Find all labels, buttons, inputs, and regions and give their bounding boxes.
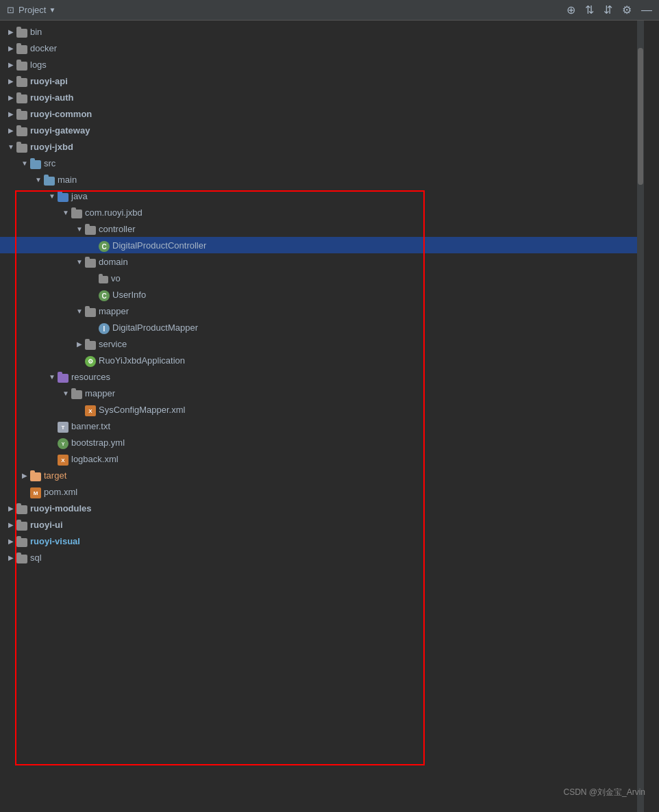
tree-item-UserInfo[interactable]: CUserInfo — [0, 286, 637, 303]
tree-item-label: ruoyi-auth — [30, 92, 74, 103]
tree-arrow[interactable]: ▶ — [5, 554, 16, 561]
tree-arrow[interactable]: ▶ — [5, 94, 16, 101]
tree-item-domain[interactable]: ▼domain — [0, 253, 637, 270]
scrollbar-thumb[interactable] — [638, 48, 643, 185]
tree-item-label: ruoyi-common — [30, 109, 92, 119]
tree-arrow[interactable]: ▶ — [74, 340, 85, 348]
tree-item-ruoyi-ui[interactable]: ▶ruoyi-ui — [0, 516, 637, 533]
project-title: Project — [18, 5, 46, 15]
tree-arrow[interactable]: ▼ — [60, 390, 71, 397]
tree-item-java[interactable]: ▼java — [0, 188, 637, 204]
tree-item-src[interactable]: ▼src — [0, 155, 637, 171]
tree-item-service[interactable]: ▶service — [0, 335, 637, 352]
tree-item-label: DigitalProductController — [112, 240, 206, 251]
tree-item-SysConfigMapper.xml[interactable]: XSysConfigMapper.xml — [0, 401, 637, 418]
tree-item-ruoyi-api[interactable]: ▶ruoyi-api — [0, 73, 637, 89]
collapse-icon[interactable]: ⇵ — [604, 3, 612, 16]
interface-i-icon: I — [99, 323, 110, 334]
tree-item-pom.xml[interactable]: Mpom.xml — [0, 483, 637, 500]
tree-arrow[interactable]: ▶ — [5, 110, 16, 118]
tree-arrow[interactable]: ▼ — [74, 307, 85, 315]
tree-arrow[interactable]: ▼ — [33, 176, 44, 183]
folder-gray-icon — [16, 111, 27, 120]
dropdown-arrow[interactable]: ▼ — [49, 6, 55, 14]
tree-item-resources[interactable]: ▼resources — [0, 368, 637, 385]
tree-arrow[interactable]: ▶ — [5, 505, 16, 512]
tree-item-ruoyi-visual[interactable]: ▶ruoyi-visual — [0, 533, 637, 549]
tree-item-bin[interactable]: ▶bin — [0, 23, 637, 40]
tree-item-label: ruoyi-jxbd — [30, 142, 73, 152]
tree-item-label: ruoyi-visual — [30, 536, 80, 546]
tree-item-ruoyi-auth[interactable]: ▶ruoyi-auth — [0, 89, 637, 105]
tree-item-label: com.ruoyi.jxbd — [85, 207, 142, 218]
folder-gray-icon — [85, 341, 96, 350]
tree-item-label: bootstrap.yml — [71, 437, 125, 448]
tree-arrow[interactable]: ▼ — [5, 143, 16, 151]
folder-gray-icon — [16, 78, 27, 87]
target-icon[interactable]: ⊕ — [567, 3, 575, 16]
tree-item-label: service — [99, 339, 127, 349]
tree-item-logs[interactable]: ▶logs — [0, 56, 637, 73]
tree-item-mapper[interactable]: ▼mapper — [0, 303, 637, 319]
tree-item-label: RuoYiJxbdApplication — [99, 355, 185, 366]
txt-icon: T — [58, 422, 69, 433]
tree-arrow[interactable]: ▼ — [74, 258, 85, 266]
tree-arrow[interactable]: ▶ — [5, 45, 16, 52]
tree-item-RuoYiJxbdApplication[interactable]: ⚙RuoYiJxbdApplication — [0, 352, 637, 368]
tree-arrow[interactable]: ▼ — [74, 225, 85, 233]
tree-item-label: ruoyi-ui — [30, 520, 63, 530]
tree-item-vo[interactable]: vo — [0, 270, 637, 286]
expand-icon[interactable]: ⇅ — [585, 3, 594, 16]
class-c-icon: C — [99, 290, 110, 301]
tree-item-target[interactable]: ▶target — [0, 467, 637, 483]
settings-icon[interactable]: ⚙ — [622, 3, 632, 16]
tree-arrow[interactable]: ▶ — [5, 61, 16, 68]
folder-gray-icon — [71, 210, 82, 218]
tree-arrow[interactable]: ▶ — [5, 127, 16, 134]
yml-icon: Y — [58, 438, 69, 449]
folder-blue-icon — [58, 193, 69, 202]
tree-panel: ▶bin▶docker▶logs▶ruoyi-api▶ruoyi-auth▶ru… — [0, 21, 637, 812]
pom-icon: M — [30, 487, 41, 498]
tree-item-label: sql — [30, 553, 42, 563]
scrollbar[interactable] — [637, 21, 644, 812]
tree-arrow[interactable]: ▶ — [19, 472, 30, 479]
tree-item-label: domain — [99, 257, 128, 267]
tree-arrow[interactable]: ▶ — [5, 521, 16, 529]
folder-gray-icon — [16, 45, 27, 54]
tree-item-ruoyi-modules[interactable]: ▶ruoyi-modules — [0, 500, 637, 516]
tree-arrow[interactable]: ▼ — [47, 192, 58, 200]
folder-gray-icon — [16, 29, 27, 38]
xml-icon: X — [85, 405, 96, 416]
tree-item-sql[interactable]: ▶sql — [0, 549, 637, 566]
tree-item-DigitalProductController[interactable]: CDigitalProductController — [0, 237, 637, 253]
folder-gray-icon — [85, 308, 96, 317]
tree-item-main[interactable]: ▼main — [0, 171, 637, 188]
folder-gray-icon — [16, 522, 27, 531]
tree-arrow[interactable]: ▼ — [60, 209, 71, 216]
folder-gray-icon — [16, 555, 27, 563]
tree-item-docker[interactable]: ▶docker — [0, 40, 637, 56]
tree-item-com.ruoyi.jxbd[interactable]: ▼com.ruoyi.jxbd — [0, 204, 637, 220]
tree-item-DigitalProductMapper[interactable]: IDigitalProductMapper — [0, 319, 637, 335]
tree-arrow[interactable]: ▼ — [47, 373, 58, 381]
tree-item-bootstrap.yml[interactable]: Ybootstrap.yml — [0, 434, 637, 451]
tree-item-label: controller — [99, 224, 135, 234]
tree-arrow[interactable]: ▶ — [5, 77, 16, 85]
minimize-icon[interactable]: — — [641, 4, 652, 16]
tree-arrow[interactable]: ▼ — [19, 160, 30, 167]
tree-item-controller[interactable]: ▼controller — [0, 220, 637, 237]
tree-item-ruoyi-common[interactable]: ▶ruoyi-common — [0, 105, 637, 122]
tree-item-mapper-res[interactable]: ▼mapper — [0, 385, 637, 401]
tree-arrow[interactable]: ▶ — [5, 28, 16, 36]
tree-item-ruoyi-gateway[interactable]: ▶ruoyi-gateway — [0, 122, 637, 138]
tree-item-label: resources — [71, 372, 110, 382]
tree-item-logback.xml[interactable]: Xlogback.xml — [0, 451, 637, 467]
tree-item-label: vo — [111, 273, 121, 283]
tree-item-ruoyi-jxbd[interactable]: ▼ruoyi-jxbd — [0, 138, 637, 155]
tree-item-label: ruoyi-gateway — [30, 125, 90, 136]
tree-item-label: mapper — [99, 306, 129, 316]
tree-arrow[interactable]: ▶ — [5, 537, 16, 545]
tree-item-banner.txt[interactable]: Tbanner.txt — [0, 418, 637, 434]
folder-resources-icon — [58, 374, 69, 383]
